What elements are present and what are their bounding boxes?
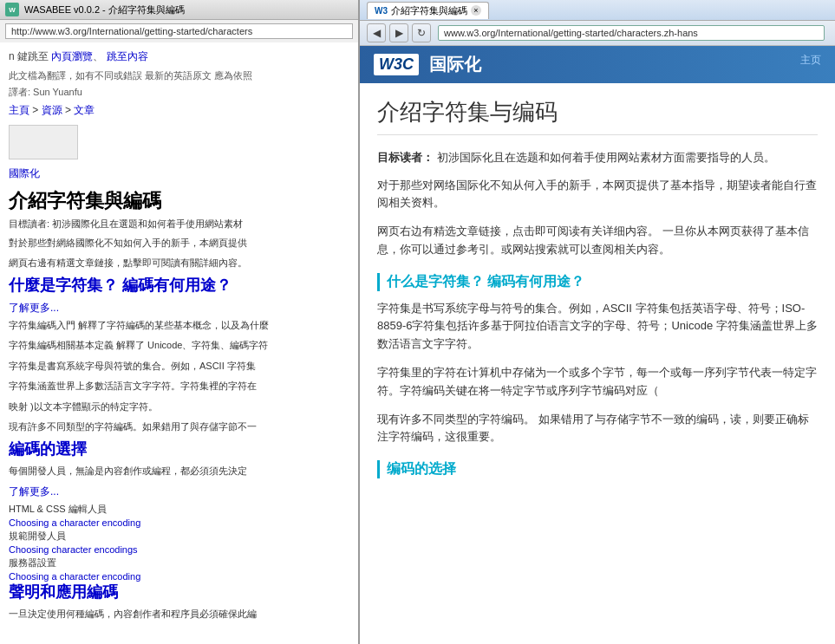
right-browser-tab[interactable]: W3 介紹字符集與編碼 × bbox=[367, 2, 489, 19]
left-content-area: n 鍵跳至 內頁瀏覽、 跳至內容 此文檔為翻譯，如有不同或錯誤 最新的英語原文 … bbox=[0, 42, 358, 644]
breadcrumb-resources[interactable]: 資源 bbox=[42, 104, 62, 116]
left-nav: n 鍵跳至 內頁瀏覽、 跳至內容 bbox=[9, 49, 349, 64]
left-charset-intro6: 現有許多不同類型的字符編碼。如果錯用了與存儲字節不一 bbox=[9, 420, 349, 433]
left-title: WASABEE v0.0.2 - 介紹字符集與編碼 bbox=[24, 3, 185, 16]
right-page-title: 介绍字符集与编码 bbox=[377, 97, 818, 135]
right-main-content: 介绍字符集与编码 目标读者： 初涉国际化且在选题和如何着手使用网站素材方面需要指… bbox=[360, 83, 835, 501]
left-charset-intro5: 映射 )以文本字體顯示的特定字符。 bbox=[9, 400, 349, 413]
right-para5: 现有许多不同类型的字符编码。 如果错用了与存储字节不一致的编码，读，则要正确标注… bbox=[377, 411, 818, 447]
refresh-button[interactable]: ↻ bbox=[412, 23, 431, 42]
right-target-readers: 目标读者： 初涉国际化且在选题和如何着手使用网站素材方面需要指导的人员。 bbox=[377, 149, 818, 166]
translation-note: 此文檔為翻譯，如有不同或錯誤 最新的英語原文 應為依照 bbox=[9, 69, 349, 82]
forward-button[interactable]: ▶ bbox=[389, 23, 408, 42]
right-browser-panel: W3 介紹字符集與編碼 × ◀ ▶ ↻ www.w3.org/Internati… bbox=[360, 0, 835, 644]
breadcrumb-sep2: > bbox=[65, 104, 74, 116]
link-choosing1[interactable]: Choosing a character encoding bbox=[9, 517, 349, 528]
breadcrumb-home[interactable]: 主頁 bbox=[9, 104, 29, 116]
right-para3: 字符集是书写系统字母与符号的集合。例如，ASCII 字符集包括英语字母、符号；I… bbox=[377, 300, 818, 354]
link-choosing3[interactable]: Choosing a character encoding bbox=[9, 571, 349, 582]
server-label: 服務器設置 bbox=[9, 556, 349, 569]
right-titlebar: W3 介紹字符集與編碼 × bbox=[360, 0, 835, 21]
left-h2-encoding: 編碼的選擇 bbox=[9, 440, 349, 459]
left-body1: 對於那些對網絡國際化不知如何入手的新手，本網頁提供 bbox=[9, 237, 349, 250]
target-label: 目标读者： bbox=[377, 151, 434, 164]
breadcrumb: 主頁 > 資源 > 文章 bbox=[9, 103, 349, 118]
learn-more-charset[interactable]: 了解更多... bbox=[9, 301, 349, 315]
spec-dev-label: 規範開發人員 bbox=[9, 530, 349, 543]
left-page-title: 介紹字符集與編碼 bbox=[9, 190, 349, 212]
link-choosing2[interactable]: Choosing character encodings bbox=[9, 544, 349, 555]
right-h2-charset: 什么是字符集？ 编码有何用途？ bbox=[377, 273, 818, 291]
right-addressbar: www.w3.org/International/getting-started… bbox=[444, 28, 819, 38]
left-target-readers: 目標讀者: 初涉國際化且在選題和如何着手使用網站素材 bbox=[9, 218, 349, 231]
right-h2-encoding: 编码的选择 bbox=[377, 460, 818, 478]
target-text: 初涉国际化且在选题和如何着手使用网站素材方面需要指导的人员。 bbox=[437, 151, 775, 164]
intl-link[interactable]: 國際化 bbox=[9, 166, 349, 181]
w3c-badge: W3C bbox=[374, 54, 419, 75]
tab-title: 介紹字符集與編碼 bbox=[391, 4, 467, 17]
translation-text: 此文檔為翻譯，如有不同或錯誤 最新的英語原文 應為依照 bbox=[9, 70, 252, 81]
left-h2-declare: 聲明和應用編碼 bbox=[9, 583, 349, 602]
w3c-header: W3C 国际化 主页 bbox=[360, 46, 835, 83]
tab-close-btn[interactable]: × bbox=[471, 5, 481, 16]
nav-link-inner[interactable]: 內頁瀏覽 bbox=[51, 50, 93, 62]
w3c-logo-placeholder bbox=[9, 125, 78, 159]
left-h2-charset: 什麼是字符集？ 編碼有何用途？ bbox=[9, 276, 349, 296]
left-charset-intro4: 字符集涵蓋世界上多數活語言文字字符。字符集裡的字符在 bbox=[9, 380, 349, 393]
left-charset-intro1: 字符集編碼入門 解釋了字符編碼的某些基本概念，以及為什麼 bbox=[9, 319, 349, 332]
learn-more-encoding[interactable]: 了解更多... bbox=[9, 485, 349, 499]
nav-link-content[interactable]: 跳至內容 bbox=[107, 50, 148, 62]
w3c-home-link[interactable]: 主页 bbox=[800, 53, 821, 68]
right-addressbar-container[interactable]: www.w3.org/International/getting-started… bbox=[438, 25, 825, 41]
left-addressbar[interactable]: http://www.w3.org/International/getting-… bbox=[5, 23, 353, 39]
left-body2: 網頁右邊有精選文章鏈接，點擊即可閱讀有關詳細內容。 bbox=[9, 257, 349, 270]
right-para2: 网页右边有精选文章链接，点击即可阅读有关详细内容。 一旦你从本网页获得了基本信息… bbox=[377, 223, 818, 259]
left-titlebar: W WASABEE v0.0.2 - 介紹字符集與編碼 bbox=[0, 0, 358, 20]
left-charset-intro2: 字符集編碼相關基本定義 解釋了 Unicode、字符集、編碼字符 bbox=[9, 339, 349, 352]
left-encoding-body: 每個開發人員，無論是內容創作或編程，都必須須先決定 bbox=[9, 465, 349, 478]
left-browser-panel: W WASABEE v0.0.2 - 介紹字符集與編碼 http://www.w… bbox=[0, 0, 360, 644]
right-content-area: W3C 国际化 主页 介绍字符集与编码 目标读者： 初涉国际化且在选题和如何着手… bbox=[360, 46, 835, 644]
left-declare-body: 一旦決定使用何種編碼，內容創作者和程序員必須確保此編 bbox=[9, 608, 349, 621]
tab-icon: W3 bbox=[375, 6, 388, 16]
breadcrumb-sep1: > bbox=[32, 104, 41, 116]
translator-label: 譯者: Sun Yuanfu bbox=[9, 86, 349, 99]
right-para4: 字符集里的字符在计算机中存储为一个或多个字节，每一个或每一序列字节代表一特定字符… bbox=[377, 364, 818, 400]
w3c-page-section: 国际化 bbox=[429, 53, 481, 76]
breadcrumb-article[interactable]: 文章 bbox=[74, 104, 95, 116]
right-para1: 对于那些对网络国际化不知从何入手的新手，本网页提供了基本指导，期望读者能自行查阅… bbox=[377, 177, 818, 213]
n-key-label: n 鍵跳至 bbox=[9, 50, 49, 62]
left-charset-intro3: 字符集是書寫系統字母與符號的集合。例如，ASCII 字符集 bbox=[9, 360, 349, 373]
w3c-logo-area: W3C 国际化 bbox=[374, 53, 481, 76]
html-css-label: HTML & CSS 編輯人員 bbox=[9, 503, 349, 516]
wasabee-icon: W bbox=[5, 3, 19, 16]
back-button[interactable]: ◀ bbox=[367, 23, 386, 42]
right-toolbar: ◀ ▶ ↻ www.w3.org/International/getting-s… bbox=[360, 21, 835, 46]
